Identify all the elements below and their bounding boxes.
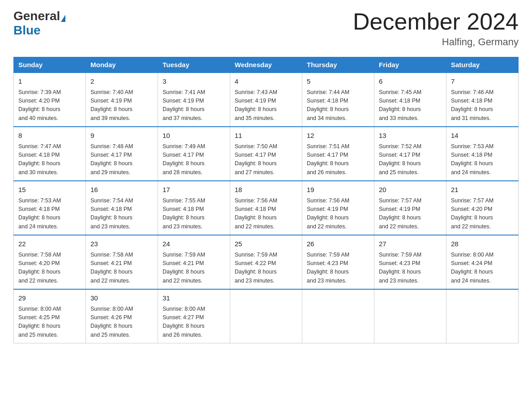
- calendar-cell: 16Sunrise: 7:54 AMSunset: 4:18 PMDayligh…: [86, 181, 158, 235]
- day-info: Sunrise: 7:40 AMSunset: 4:19 PMDaylight:…: [90, 88, 153, 123]
- day-info: Sunrise: 7:49 AMSunset: 4:17 PMDaylight:…: [163, 142, 225, 177]
- calendar-cell: [302, 289, 374, 343]
- day-info: Sunrise: 7:43 AMSunset: 4:19 PMDaylight:…: [235, 88, 297, 123]
- day-number: 3: [163, 77, 225, 87]
- day-info: Sunrise: 7:46 AMSunset: 4:18 PMDaylight:…: [451, 88, 514, 123]
- day-number: 11: [235, 131, 297, 141]
- day-info: Sunrise: 7:41 AMSunset: 4:19 PMDaylight:…: [163, 88, 225, 123]
- calendar-cell: 22Sunrise: 7:58 AMSunset: 4:20 PMDayligh…: [14, 235, 86, 289]
- day-info: Sunrise: 8:00 AMSunset: 4:26 PMDaylight:…: [90, 305, 153, 340]
- day-info: Sunrise: 7:44 AMSunset: 4:18 PMDaylight:…: [307, 88, 369, 123]
- day-info: Sunrise: 7:58 AMSunset: 4:21 PMDaylight:…: [90, 251, 153, 286]
- logo-general: General: [13, 9, 65, 23]
- week-row-3: 15Sunrise: 7:53 AMSunset: 4:18 PMDayligh…: [14, 181, 519, 235]
- calendar-cell: 14Sunrise: 7:53 AMSunset: 4:18 PMDayligh…: [446, 127, 519, 181]
- day-number: 20: [379, 185, 442, 195]
- day-number: 21: [451, 185, 514, 195]
- day-info: Sunrise: 7:59 AMSunset: 4:22 PMDaylight:…: [235, 251, 297, 286]
- day-number: 10: [163, 131, 225, 141]
- day-number: 16: [90, 185, 153, 195]
- header: General Blue December 2024 Halfing, Germ…: [13, 9, 519, 48]
- calendar-cell: 8Sunrise: 7:47 AMSunset: 4:18 PMDaylight…: [14, 127, 86, 181]
- day-number: 29: [18, 293, 81, 304]
- day-number: 12: [307, 131, 369, 141]
- day-number: 1: [18, 77, 81, 87]
- day-info: Sunrise: 7:57 AMSunset: 4:20 PMDaylight:…: [451, 197, 514, 231]
- days-header-row: SundayMondayTuesdayWednesdayThursdayFrid…: [14, 57, 519, 73]
- day-number: 19: [307, 185, 369, 195]
- calendar-cell: 25Sunrise: 7:59 AMSunset: 4:22 PMDayligh…: [230, 235, 302, 289]
- day-header-sunday: Sunday: [14, 57, 86, 73]
- day-number: 22: [18, 239, 81, 249]
- day-number: 5: [307, 77, 369, 87]
- day-info: Sunrise: 7:53 AMSunset: 4:18 PMDaylight:…: [18, 197, 81, 231]
- calendar-cell: 17Sunrise: 7:55 AMSunset: 4:18 PMDayligh…: [158, 181, 230, 235]
- calendar-cell: 4Sunrise: 7:43 AMSunset: 4:19 PMDaylight…: [230, 73, 302, 127]
- day-number: 28: [451, 239, 514, 249]
- calendar-cell: 11Sunrise: 7:50 AMSunset: 4:17 PMDayligh…: [230, 127, 302, 181]
- day-info: Sunrise: 7:47 AMSunset: 4:18 PMDaylight:…: [18, 142, 81, 177]
- logo: General Blue: [13, 9, 65, 38]
- day-number: 24: [163, 239, 225, 249]
- calendar-cell: [446, 289, 519, 343]
- calendar-cell: 31Sunrise: 8:00 AMSunset: 4:27 PMDayligh…: [158, 289, 230, 343]
- day-info: Sunrise: 7:53 AMSunset: 4:18 PMDaylight:…: [451, 142, 514, 177]
- day-header-thursday: Thursday: [302, 57, 374, 73]
- day-header-monday: Monday: [86, 57, 158, 73]
- day-number: 15: [18, 185, 81, 195]
- calendar-cell: 23Sunrise: 7:58 AMSunset: 4:21 PMDayligh…: [86, 235, 158, 289]
- day-info: Sunrise: 7:51 AMSunset: 4:17 PMDaylight:…: [307, 142, 369, 177]
- calendar-cell: 5Sunrise: 7:44 AMSunset: 4:18 PMDaylight…: [302, 73, 374, 127]
- calendar-cell: 24Sunrise: 7:59 AMSunset: 4:21 PMDayligh…: [158, 235, 230, 289]
- day-info: Sunrise: 7:56 AMSunset: 4:18 PMDaylight:…: [235, 197, 297, 231]
- week-row-4: 22Sunrise: 7:58 AMSunset: 4:20 PMDayligh…: [14, 235, 519, 289]
- day-info: Sunrise: 7:54 AMSunset: 4:18 PMDaylight:…: [90, 197, 153, 231]
- day-info: Sunrise: 7:57 AMSunset: 4:19 PMDaylight:…: [379, 197, 442, 231]
- calendar-cell: 30Sunrise: 8:00 AMSunset: 4:26 PMDayligh…: [86, 289, 158, 343]
- calendar-cell: 6Sunrise: 7:45 AMSunset: 4:18 PMDaylight…: [374, 73, 446, 127]
- calendar-cell: 2Sunrise: 7:40 AMSunset: 4:19 PMDaylight…: [86, 73, 158, 127]
- calendar-cell: [374, 289, 446, 343]
- calendar-cell: 3Sunrise: 7:41 AMSunset: 4:19 PMDaylight…: [158, 73, 230, 127]
- calendar-cell: 20Sunrise: 7:57 AMSunset: 4:19 PMDayligh…: [374, 181, 446, 235]
- day-number: 2: [90, 77, 153, 87]
- calendar-cell: 15Sunrise: 7:53 AMSunset: 4:18 PMDayligh…: [14, 181, 86, 235]
- calendar-cell: 1Sunrise: 7:39 AMSunset: 4:20 PMDaylight…: [14, 73, 86, 127]
- calendar-title: December 2024: [353, 9, 519, 34]
- calendar-cell: 13Sunrise: 7:52 AMSunset: 4:17 PMDayligh…: [374, 127, 446, 181]
- day-info: Sunrise: 7:58 AMSunset: 4:20 PMDaylight:…: [18, 251, 81, 286]
- calendar-cell: 27Sunrise: 7:59 AMSunset: 4:23 PMDayligh…: [374, 235, 446, 289]
- day-header-wednesday: Wednesday: [230, 57, 302, 73]
- day-number: 27: [379, 239, 442, 249]
- calendar-cell: 12Sunrise: 7:51 AMSunset: 4:17 PMDayligh…: [302, 127, 374, 181]
- day-number: 4: [235, 77, 297, 87]
- week-row-1: 1Sunrise: 7:39 AMSunset: 4:20 PMDaylight…: [14, 73, 519, 127]
- calendar-subtitle: Halfing, Germany: [353, 36, 519, 48]
- calendar-cell: 18Sunrise: 7:56 AMSunset: 4:18 PMDayligh…: [230, 181, 302, 235]
- day-info: Sunrise: 7:45 AMSunset: 4:18 PMDaylight:…: [379, 88, 442, 123]
- calendar-cell: 19Sunrise: 7:56 AMSunset: 4:19 PMDayligh…: [302, 181, 374, 235]
- day-number: 14: [451, 131, 514, 141]
- calendar-cell: 21Sunrise: 7:57 AMSunset: 4:20 PMDayligh…: [446, 181, 519, 235]
- day-header-tuesday: Tuesday: [158, 57, 230, 73]
- day-info: Sunrise: 7:56 AMSunset: 4:19 PMDaylight:…: [307, 197, 369, 231]
- calendar-cell: 28Sunrise: 8:00 AMSunset: 4:24 PMDayligh…: [446, 235, 519, 289]
- day-header-saturday: Saturday: [446, 57, 519, 73]
- day-number: 6: [379, 77, 442, 87]
- day-number: 26: [307, 239, 369, 249]
- day-info: Sunrise: 8:00 AMSunset: 4:25 PMDaylight:…: [18, 305, 81, 340]
- day-number: 31: [163, 293, 225, 304]
- day-info: Sunrise: 8:00 AMSunset: 4:24 PMDaylight:…: [451, 251, 514, 286]
- day-info: Sunrise: 7:48 AMSunset: 4:17 PMDaylight:…: [90, 142, 153, 177]
- day-info: Sunrise: 7:55 AMSunset: 4:18 PMDaylight:…: [163, 197, 225, 231]
- week-row-5: 29Sunrise: 8:00 AMSunset: 4:25 PMDayligh…: [14, 289, 519, 343]
- calendar-cell: 10Sunrise: 7:49 AMSunset: 4:17 PMDayligh…: [158, 127, 230, 181]
- title-block: December 2024 Halfing, Germany: [353, 9, 519, 48]
- day-info: Sunrise: 7:52 AMSunset: 4:17 PMDaylight:…: [379, 142, 442, 177]
- day-number: 25: [235, 239, 297, 249]
- calendar-table: SundayMondayTuesdayWednesdayThursdayFrid…: [13, 57, 519, 343]
- calendar-cell: 9Sunrise: 7:48 AMSunset: 4:17 PMDaylight…: [86, 127, 158, 181]
- day-number: 17: [163, 185, 225, 195]
- calendar-cell: 7Sunrise: 7:46 AMSunset: 4:18 PMDaylight…: [446, 73, 519, 127]
- day-number: 9: [90, 131, 153, 141]
